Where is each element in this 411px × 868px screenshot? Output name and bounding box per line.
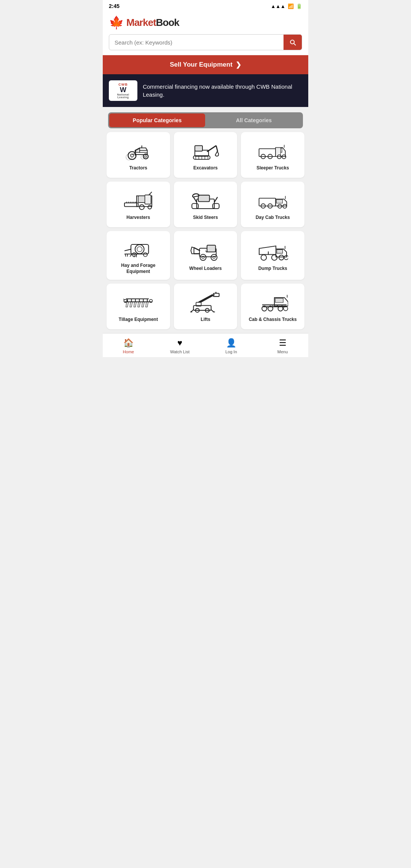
excavator-icon <box>190 140 221 161</box>
category-sleeper-trucks[interactable]: Sleeper Trucks <box>241 132 304 178</box>
login-icon: 👤 <box>226 338 236 348</box>
search-icon <box>289 38 296 46</box>
svg-rect-34 <box>145 195 151 204</box>
svg-line-42 <box>193 197 196 202</box>
lift-icon <box>190 292 221 313</box>
tillage-label: Tillage Equipment <box>119 317 158 323</box>
svg-line-35 <box>149 192 152 195</box>
tab-all[interactable]: All Categories <box>206 113 302 127</box>
category-skid-steers[interactable]: Skid Steers <box>174 182 237 227</box>
search-button[interactable] <box>284 35 302 50</box>
tractor-icon <box>123 140 153 161</box>
svg-point-75 <box>279 255 284 260</box>
category-tractors[interactable]: Tractors <box>107 132 170 178</box>
svg-point-52 <box>135 245 144 254</box>
nav-menu[interactable]: ☰ Menu <box>257 337 308 356</box>
tabs: Popular Categories All Categories <box>108 112 303 128</box>
sleeper-trucks-label: Sleeper Trucks <box>256 165 289 171</box>
sleeper-truck-icon <box>258 140 288 161</box>
nav-menu-label: Menu <box>277 349 288 354</box>
hay-forage-icon <box>123 238 153 259</box>
sell-banner[interactable]: Sell Your Equipment ❯ <box>103 55 308 74</box>
tractors-label: Tractors <box>129 165 147 171</box>
tillage-icon <box>123 292 153 313</box>
svg-line-62 <box>125 249 131 251</box>
wifi-icon: 📶 <box>288 3 294 9</box>
nav-login-label: Log In <box>225 349 237 354</box>
nav-watchlist[interactable]: ♥ Watch List <box>154 337 206 356</box>
svg-point-73 <box>261 255 266 260</box>
category-tillage[interactable]: Tillage Equipment <box>107 284 170 329</box>
day-cab-trucks-label: Day Cab Trucks <box>256 215 290 221</box>
svg-line-88 <box>124 299 124 300</box>
logo: 🍁 MarketBook <box>109 15 179 30</box>
skid-steers-label: Skid Steers <box>193 215 218 221</box>
sell-arrow-icon: ❯ <box>236 61 241 69</box>
svg-rect-39 <box>213 203 219 208</box>
svg-line-18 <box>216 145 218 152</box>
status-bar: 2:45 ▲▲▲ 📶 🔋 <box>103 0 308 11</box>
nav-login[interactable]: 👤 Log In <box>206 337 257 356</box>
category-harvesters[interactable]: Harvesters <box>107 182 170 227</box>
svg-line-92 <box>201 295 215 302</box>
svg-point-76 <box>284 255 288 260</box>
svg-line-91 <box>199 295 213 302</box>
svg-point-53 <box>137 247 142 252</box>
status-time: 2:45 <box>109 3 119 9</box>
category-dump-trucks[interactable]: Dump Trucks <box>241 231 304 280</box>
category-lifts[interactable]: Lifts <box>174 284 237 329</box>
category-day-cab-trucks[interactable]: Day Cab Trucks <box>241 182 304 227</box>
menu-icon: ☰ <box>279 338 287 348</box>
search-bar <box>109 34 302 50</box>
harvesters-label: Harvesters <box>126 215 150 221</box>
cwb-logo-w: W <box>112 86 134 93</box>
svg-point-37 <box>148 205 152 209</box>
sell-label: Sell Your Equipment <box>170 61 233 69</box>
nav-home[interactable]: 🏠 Home <box>103 337 154 356</box>
cwb-banner[interactable]: CWB W National Leasing Commercial financ… <box>103 74 308 107</box>
svg-point-70 <box>211 254 217 260</box>
svg-point-61 <box>143 253 147 257</box>
svg-rect-41 <box>198 195 209 201</box>
lifts-label: Lifts <box>201 317 210 323</box>
excavators-label: Excavators <box>193 165 218 171</box>
svg-point-36 <box>140 204 145 209</box>
svg-line-17 <box>207 145 216 152</box>
harvester-icon <box>123 190 153 211</box>
day-cab-icon <box>258 190 288 211</box>
cwb-text: Commercial financing now available throu… <box>143 83 302 99</box>
tab-popular[interactable]: Popular Categories <box>109 113 205 127</box>
category-hay-forage[interactable]: Hay and Forage Equipment <box>107 231 170 280</box>
dump-truck-icon <box>258 241 288 262</box>
battery-icon: 🔋 <box>296 3 302 9</box>
category-cab-chassis[interactable]: Cab & Chassis Trucks <box>241 284 304 329</box>
logo-text: MarketBook <box>126 17 179 29</box>
svg-point-68 <box>200 254 206 260</box>
dump-trucks-label: Dump Trucks <box>258 266 287 272</box>
search-input[interactable] <box>109 35 284 49</box>
cab-chassis-icon <box>258 292 288 313</box>
category-wheel-loaders[interactable]: Wheel Loaders <box>174 231 237 280</box>
nav-home-label: Home <box>123 349 134 354</box>
svg-rect-16 <box>195 145 202 151</box>
watchlist-icon: ♥ <box>177 338 182 348</box>
logo-leaf-icon: 🍁 <box>109 15 124 30</box>
svg-point-74 <box>271 255 277 260</box>
cwb-logo: CWB W National Leasing <box>109 80 137 101</box>
status-icons: ▲▲▲ 📶 🔋 <box>271 3 302 9</box>
svg-rect-26 <box>124 203 138 207</box>
svg-line-43 <box>214 197 217 202</box>
home-icon: 🏠 <box>123 338 134 348</box>
nav-watchlist-label: Watch List <box>170 349 190 354</box>
svg-rect-38 <box>192 203 198 208</box>
signal-icon: ▲▲▲ <box>271 3 285 9</box>
cab-chassis-label: Cab & Chassis Trucks <box>249 317 297 323</box>
svg-rect-64 <box>207 245 215 252</box>
svg-point-3 <box>145 155 147 157</box>
hay-forage-label: Hay and Forage Equipment <box>110 263 167 274</box>
wheel-loader-icon <box>190 241 221 262</box>
bottom-nav: 🏠 Home ♥ Watch List 👤 Log In ☰ Menu <box>103 333 308 357</box>
category-excavators[interactable]: Excavators <box>174 132 237 178</box>
tabs-container: Popular Categories All Categories <box>103 107 308 128</box>
cwb-logo-bottom: National Leasing <box>112 93 134 99</box>
